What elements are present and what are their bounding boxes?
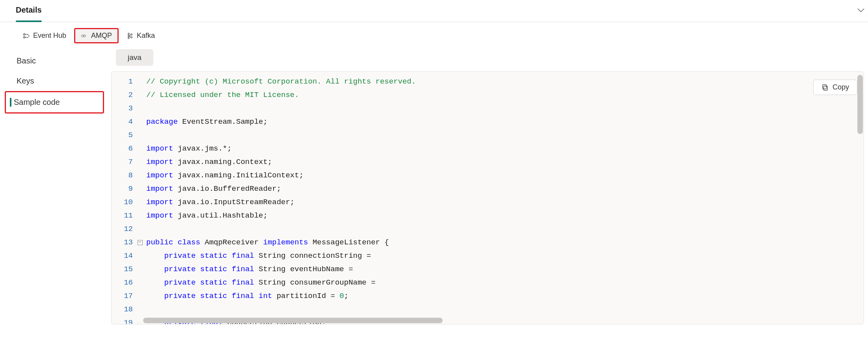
svg-point-10 bbox=[131, 34, 132, 35]
amqp-icon bbox=[81, 32, 88, 39]
fold-slot bbox=[137, 289, 144, 303]
fold-slot bbox=[137, 209, 144, 222]
svg-line-15 bbox=[129, 36, 131, 37]
fold-slot bbox=[137, 169, 144, 182]
line-number: 14 bbox=[112, 249, 133, 262]
fold-slot bbox=[137, 303, 144, 316]
line-number: 2 bbox=[112, 88, 133, 102]
code-line: import java.io.InputStreamReader; bbox=[146, 195, 861, 209]
code-line: private static final String consumerGrou… bbox=[146, 276, 861, 289]
protocol-tab-label: Event Hub bbox=[33, 32, 66, 40]
line-number-gutter: 12345678910111213141516171819 bbox=[112, 72, 137, 324]
line-number: 8 bbox=[112, 169, 133, 182]
fold-slot bbox=[137, 155, 144, 169]
svg-point-7 bbox=[128, 33, 130, 34]
fold-slot bbox=[137, 115, 144, 128]
line-number: 12 bbox=[112, 222, 133, 236]
fold-gutter bbox=[137, 72, 144, 324]
code-line: // Licensed under the MIT License. bbox=[146, 88, 861, 102]
svg-point-9 bbox=[128, 37, 130, 39]
code-line: private static final int partitionId = 0… bbox=[146, 289, 861, 303]
copy-button[interactable]: Copy bbox=[813, 80, 857, 95]
protocol-tab-event-hub[interactable]: Event Hub bbox=[17, 28, 73, 44]
svg-point-5 bbox=[27, 37, 28, 37]
horizontal-scrollbar[interactable] bbox=[143, 318, 443, 323]
code-line: import javax.naming.Context; bbox=[146, 155, 861, 169]
line-number: 5 bbox=[112, 128, 133, 142]
svg-point-8 bbox=[128, 35, 130, 37]
svg-line-14 bbox=[129, 35, 131, 35]
sidebar-item-keys[interactable]: Keys bbox=[9, 71, 104, 91]
svg-point-6 bbox=[28, 35, 29, 36]
code-line bbox=[146, 222, 861, 236]
line-number: 1 bbox=[112, 75, 133, 88]
line-number: 16 bbox=[112, 276, 133, 289]
code-line: import javax.naming.InitialContext; bbox=[146, 169, 861, 182]
protocol-tab-kafka[interactable]: Kafka bbox=[120, 28, 161, 44]
code-line: // Copyright (c) Microsoft Corporation. … bbox=[146, 75, 861, 88]
protocol-tabs: Event Hub AMQP Kafka bbox=[0, 22, 868, 49]
vertical-scrollbar[interactable] bbox=[857, 75, 863, 134]
header-right bbox=[857, 6, 865, 15]
line-number: 4 bbox=[112, 115, 133, 128]
fold-slot bbox=[137, 249, 144, 262]
line-number: 18 bbox=[112, 303, 133, 316]
main-area: Basic Keys Sample code java Copy 1234567… bbox=[0, 49, 868, 350]
language-chip-java[interactable]: java bbox=[116, 49, 153, 66]
fold-slot bbox=[137, 276, 144, 289]
code-line: private static final String connectionSt… bbox=[146, 249, 861, 262]
fold-slot bbox=[137, 195, 144, 209]
event-hub-icon bbox=[23, 32, 30, 39]
code-line bbox=[146, 303, 861, 316]
code-line: public class AmqpReceiver implements Mes… bbox=[146, 236, 861, 249]
protocol-tab-label: Kafka bbox=[137, 32, 155, 40]
fold-slot bbox=[137, 222, 144, 236]
line-number: 10 bbox=[112, 195, 133, 209]
code-body: // Copyright (c) Microsoft Corporation. … bbox=[144, 72, 864, 324]
line-number: 17 bbox=[112, 289, 133, 303]
line-number: 9 bbox=[112, 182, 133, 195]
sidebar-item-basic[interactable]: Basic bbox=[9, 51, 104, 71]
svg-rect-1 bbox=[24, 36, 25, 38]
fold-slot bbox=[137, 182, 144, 195]
svg-rect-17 bbox=[823, 84, 827, 89]
code-line bbox=[146, 102, 861, 115]
code-line: import java.util.Hashtable; bbox=[146, 209, 861, 222]
code-line: private static final String eventHubName… bbox=[146, 262, 861, 276]
details-tab[interactable]: Details bbox=[16, 6, 42, 16]
top-header: Details bbox=[0, 0, 868, 22]
code-line bbox=[146, 128, 861, 142]
line-number: 7 bbox=[112, 155, 133, 169]
svg-rect-0 bbox=[24, 34, 25, 35]
protocol-tab-amqp[interactable]: AMQP bbox=[74, 28, 119, 43]
kafka-icon bbox=[127, 32, 134, 39]
details-tab-underline bbox=[16, 20, 42, 22]
copy-button-label: Copy bbox=[833, 83, 849, 91]
svg-rect-16 bbox=[823, 86, 827, 90]
fold-slot bbox=[137, 102, 144, 115]
fold-toggle-icon[interactable] bbox=[137, 236, 144, 249]
sidebar: Basic Keys Sample code bbox=[0, 49, 104, 350]
code-block: Copy 12345678910111213141516171819 // Co… bbox=[111, 71, 864, 324]
protocol-tab-label: AMQP bbox=[91, 32, 112, 40]
svg-point-4 bbox=[27, 34, 28, 35]
line-number: 3 bbox=[112, 102, 133, 115]
line-number: 15 bbox=[112, 262, 133, 276]
fold-slot bbox=[137, 262, 144, 276]
fold-slot bbox=[137, 88, 144, 102]
line-number: 19 bbox=[112, 316, 133, 324]
copy-icon bbox=[821, 84, 829, 91]
chevron-down-icon[interactable] bbox=[857, 6, 865, 14]
content-area: java Copy 12345678910111213141516171819 … bbox=[104, 49, 868, 350]
sidebar-item-sample-code[interactable]: Sample code bbox=[5, 91, 104, 114]
line-number: 13 bbox=[112, 236, 133, 249]
line-number: 11 bbox=[112, 209, 133, 222]
code-line: import javax.jms.*; bbox=[146, 142, 861, 155]
code-line: package EventStream.Sample; bbox=[146, 115, 861, 128]
svg-point-11 bbox=[131, 36, 132, 38]
fold-slot bbox=[137, 142, 144, 155]
code-line: import java.io.BufferedReader; bbox=[146, 182, 861, 195]
code-scroll[interactable]: 12345678910111213141516171819 // Copyrig… bbox=[112, 72, 864, 324]
fold-slot bbox=[137, 128, 144, 142]
line-number: 6 bbox=[112, 142, 133, 155]
